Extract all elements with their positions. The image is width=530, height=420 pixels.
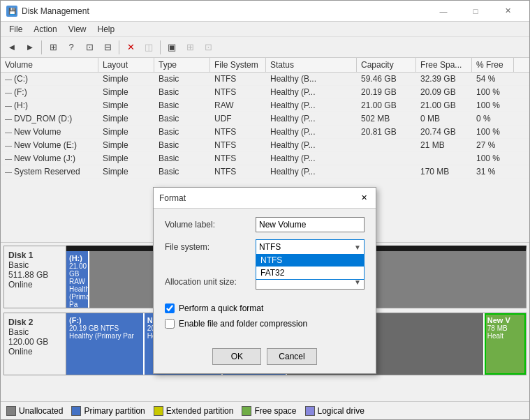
table-row[interactable]: — (H:) Simple Basic RAW Healthy (P... 21… — [1, 99, 529, 112]
toolbar-btn-7[interactable]: ⊞ — [182, 39, 198, 56]
cell-volume: — (F:) — [1, 86, 98, 98]
table-row[interactable]: — DVD_ROM (D:) Simple Basic UDF Healthy … — [1, 112, 529, 126]
col-header-status[interactable]: Status — [266, 58, 357, 72]
quick-format-row: Perform a quick format — [165, 303, 365, 313]
legend-color-box — [242, 406, 251, 416]
titlebar: 💾 Disk Management — □ ✕ — [1, 1, 529, 22]
cell-capacity: 20.81 GB — [357, 126, 416, 138]
table-row[interactable]: — (F:) Simple Basic NTFS Healthy (P... 2… — [1, 86, 529, 99]
cell-layout: Simple — [98, 86, 154, 98]
menu-view[interactable]: View — [63, 23, 92, 36]
toolbar-btn-6[interactable]: ▣ — [163, 39, 180, 56]
partition-name: New V — [487, 316, 523, 324]
volume-label-input[interactable] — [256, 217, 365, 232]
file-system-select[interactable]: NTFS ▼ — [256, 239, 365, 255]
close-button[interactable]: ✕ — [492, 1, 524, 22]
disk-type: Basic — [8, 327, 61, 337]
col-header-type[interactable]: Type — [154, 58, 210, 72]
forward-button[interactable]: ► — [22, 39, 38, 56]
disk-partition[interactable]: New V 78 MB Healt — [485, 313, 526, 375]
table-row[interactable]: — System Reserved Simple Basic NTFS Heal… — [1, 165, 529, 179]
cell-fs: NTFS — [210, 86, 266, 98]
cell-capacity: 59.46 GB — [357, 73, 416, 85]
menubar: File Action View Help — [1, 22, 529, 37]
menu-action[interactable]: Action — [28, 23, 62, 36]
maximize-button[interactable]: □ — [459, 1, 492, 22]
col-header-fs[interactable]: File System — [210, 58, 266, 72]
disk-name: Disk 1 — [8, 250, 61, 260]
back-button[interactable]: ◄ — [3, 39, 20, 56]
toolbar-btn-3[interactable]: ⊡ — [81, 39, 98, 56]
disk-size: 511.88 GB — [8, 270, 61, 280]
cancel-button[interactable]: Cancel — [267, 348, 316, 365]
legend-item: Extended partition — [154, 406, 234, 416]
disk-label: Disk 1 Basic 511.88 GB Online — [3, 246, 66, 308]
col-header-pct[interactable]: % Free — [472, 58, 514, 72]
cell-status: Healthy (P... — [266, 126, 357, 138]
cell-status: Healthy (P... — [266, 86, 357, 98]
legend-color-box — [154, 406, 163, 416]
cell-layout: Simple — [98, 139, 154, 151]
partition-status: Healt — [487, 332, 523, 340]
modal-title: Format — [159, 193, 186, 203]
disk-partition[interactable]: (H:) 21.00 GB RAW Healthy (Primary Pa — [66, 251, 89, 308]
quick-format-checkbox[interactable] — [165, 303, 175, 313]
toolbar-separator-3 — [160, 40, 161, 54]
cell-pct: 100 % — [472, 152, 514, 165]
cell-pct: 31 % — [472, 165, 514, 178]
minimize-button[interactable]: — — [427, 1, 459, 22]
table-row[interactable]: — (C:) Simple Basic NTFS Healthy (B... 5… — [1, 73, 529, 86]
cell-free: 21 MB — [416, 139, 472, 151]
col-header-capacity[interactable]: Capacity — [357, 58, 416, 72]
cell-type: Basic — [154, 152, 210, 165]
legend-label: Free space — [254, 406, 296, 416]
cell-layout: Simple — [98, 126, 154, 138]
table-row[interactable]: — New Volume (J:) Simple Basic NTFS Heal… — [1, 152, 529, 165]
legend-label: Extended partition — [166, 406, 234, 416]
partition-size: 21.00 GB RAW — [69, 262, 85, 285]
disk-status: Online — [8, 280, 61, 290]
cell-layout: Simple — [98, 152, 154, 165]
toolbar-separator-1 — [41, 40, 42, 54]
disk-partition[interactable]: (F:) 20.19 GB NTFS Healthy (Primary Par — [66, 313, 145, 375]
legend-label: Primary partition — [84, 406, 145, 416]
modal-titlebar: Format ✕ — [154, 188, 376, 209]
main-window: 💾 Disk Management — □ ✕ File Action View… — [0, 0, 530, 420]
cell-volume: — New Volume (J:) — [1, 152, 98, 165]
menu-file[interactable]: File — [3, 23, 28, 36]
compression-checkbox[interactable] — [165, 319, 175, 329]
col-header-volume[interactable]: Volume — [1, 58, 98, 72]
cell-fs: NTFS — [210, 139, 266, 151]
cell-status: Healthy (P... — [266, 139, 357, 151]
dropdown-item-ntfs[interactable]: NTFS — [256, 254, 364, 267]
dropdown-item-fat32[interactable]: FAT32 — [256, 267, 364, 279]
table-row[interactable]: — New Volume (E:) Simple Basic NTFS Heal… — [1, 139, 529, 152]
delete-button[interactable]: ✕ — [122, 39, 139, 56]
partition-name: (H:) — [69, 254, 85, 262]
legend-item: Primary partition — [71, 406, 145, 416]
col-header-layout[interactable]: Layout — [98, 58, 154, 72]
ok-button[interactable]: OK — [212, 348, 261, 365]
legend-item: Unallocated — [6, 406, 63, 416]
toolbar-btn-4[interactable]: ⊟ — [99, 39, 116, 56]
menu-help[interactable]: Help — [92, 23, 121, 36]
cell-pct: 100 % — [472, 126, 514, 138]
toolbar-btn-8[interactable]: ⊡ — [200, 39, 216, 56]
cell-layout: Simple — [98, 165, 154, 178]
file-system-select-wrapper: NTFS ▼ NTFS FAT32 — [256, 239, 365, 255]
modal-body: Volume label: File system: NTFS ▼ — [154, 209, 376, 343]
cell-capacity — [357, 157, 416, 160]
toolbar-btn-2[interactable]: ? — [63, 39, 80, 56]
allocation-text: Allocation unit size: — [165, 277, 256, 287]
partition-size: 20.19 GB NTFS — [69, 324, 140, 332]
cell-capacity — [357, 144, 416, 147]
cell-status: Healthy (P... — [266, 112, 357, 125]
cell-pct: 0 % — [472, 112, 514, 125]
col-header-free[interactable]: Free Spa... — [416, 58, 472, 72]
toolbar-btn-5[interactable]: ◫ — [140, 39, 157, 56]
modal-close-button[interactable]: ✕ — [358, 192, 370, 204]
legend-item: Free space — [242, 406, 296, 416]
cell-capacity — [357, 170, 416, 173]
table-row[interactable]: — New Volume Simple Basic NTFS Healthy (… — [1, 126, 529, 139]
toolbar-btn-1[interactable]: ⊞ — [45, 39, 61, 56]
